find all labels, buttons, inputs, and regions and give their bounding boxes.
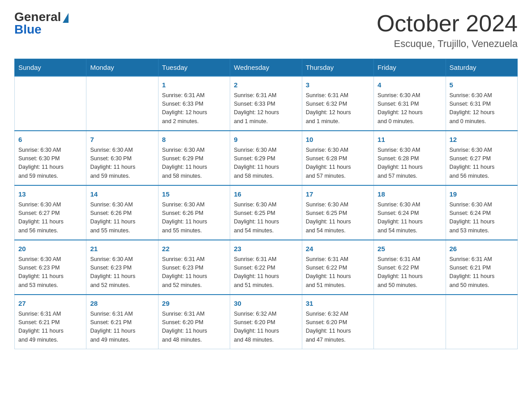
calendar-header: SundayMondayTuesdayWednesdayThursdayFrid… <box>15 59 518 77</box>
day-number: 15 <box>162 189 226 200</box>
calendar-cell: 21Sunrise: 6:30 AM Sunset: 6:23 PM Dayli… <box>86 240 158 295</box>
calendar-cell: 29Sunrise: 6:31 AM Sunset: 6:20 PM Dayli… <box>158 295 230 349</box>
day-number: 20 <box>18 244 82 254</box>
day-info: Sunrise: 6:31 AM Sunset: 6:32 PM Dayligh… <box>306 91 370 126</box>
day-info: Sunrise: 6:30 AM Sunset: 6:24 PM Dayligh… <box>450 201 514 235</box>
day-info: Sunrise: 6:30 AM Sunset: 6:31 PM Dayligh… <box>450 91 514 126</box>
day-info: Sunrise: 6:32 AM Sunset: 6:20 PM Dayligh… <box>234 310 298 345</box>
day-info: Sunrise: 6:30 AM Sunset: 6:23 PM Dayligh… <box>90 255 154 290</box>
calendar-cell: 12Sunrise: 6:30 AM Sunset: 6:27 PM Dayli… <box>446 131 517 185</box>
day-number: 18 <box>378 189 442 200</box>
logo-triangle-icon <box>63 13 69 23</box>
calendar-cell: 30Sunrise: 6:32 AM Sunset: 6:20 PM Dayli… <box>230 295 302 349</box>
day-number: 13 <box>18 189 82 200</box>
day-number: 9 <box>234 135 298 145</box>
day-info: Sunrise: 6:30 AM Sunset: 6:29 PM Dayligh… <box>234 146 298 181</box>
day-info: Sunrise: 6:30 AM Sunset: 6:26 PM Dayligh… <box>90 201 154 235</box>
day-number: 8 <box>162 135 226 145</box>
day-info: Sunrise: 6:30 AM Sunset: 6:30 PM Dayligh… <box>90 146 154 181</box>
logo: General Blue <box>14 11 69 36</box>
header-thursday: Thursday <box>302 59 373 77</box>
calendar-cell: 10Sunrise: 6:30 AM Sunset: 6:28 PM Dayli… <box>302 131 373 185</box>
day-number: 26 <box>450 244 514 254</box>
header-tuesday: Tuesday <box>158 59 230 77</box>
month-title: October 2024 <box>377 11 518 36</box>
calendar-cell: 19Sunrise: 6:30 AM Sunset: 6:24 PM Dayli… <box>446 185 517 240</box>
day-info: Sunrise: 6:31 AM Sunset: 6:21 PM Dayligh… <box>450 255 514 290</box>
calendar-cell: 13Sunrise: 6:30 AM Sunset: 6:27 PM Dayli… <box>15 185 86 240</box>
header-row: SundayMondayTuesdayWednesdayThursdayFrid… <box>15 59 518 77</box>
calendar-cell <box>374 295 446 349</box>
day-info: Sunrise: 6:30 AM Sunset: 6:31 PM Dayligh… <box>378 91 442 126</box>
week-row-3: 13Sunrise: 6:30 AM Sunset: 6:27 PM Dayli… <box>15 185 518 240</box>
week-row-2: 6Sunrise: 6:30 AM Sunset: 6:30 PM Daylig… <box>15 131 518 185</box>
day-info: Sunrise: 6:31 AM Sunset: 6:22 PM Dayligh… <box>234 255 298 290</box>
day-number: 4 <box>378 80 442 90</box>
calendar-cell: 2Sunrise: 6:31 AM Sunset: 6:33 PM Daylig… <box>230 76 302 131</box>
calendar-cell: 17Sunrise: 6:30 AM Sunset: 6:25 PM Dayli… <box>302 185 373 240</box>
calendar-cell: 14Sunrise: 6:30 AM Sunset: 6:26 PM Dayli… <box>86 185 158 240</box>
calendar-cell: 11Sunrise: 6:30 AM Sunset: 6:28 PM Dayli… <box>374 131 446 185</box>
week-row-5: 27Sunrise: 6:31 AM Sunset: 6:21 PM Dayli… <box>15 295 518 349</box>
day-number: 23 <box>234 244 298 254</box>
day-number: 2 <box>234 80 298 90</box>
day-number: 14 <box>90 189 154 200</box>
day-number: 1 <box>162 80 226 90</box>
header-sunday: Sunday <box>15 59 86 77</box>
day-info: Sunrise: 6:31 AM Sunset: 6:21 PM Dayligh… <box>90 310 154 345</box>
day-info: Sunrise: 6:31 AM Sunset: 6:33 PM Dayligh… <box>234 91 298 126</box>
day-number: 16 <box>234 189 298 200</box>
day-number: 24 <box>306 244 370 254</box>
calendar-cell: 1Sunrise: 6:31 AM Sunset: 6:33 PM Daylig… <box>158 76 230 131</box>
day-info: Sunrise: 6:30 AM Sunset: 6:29 PM Dayligh… <box>162 146 226 181</box>
week-row-1: 1Sunrise: 6:31 AM Sunset: 6:33 PM Daylig… <box>15 76 518 131</box>
day-number: 12 <box>450 135 514 145</box>
day-number: 28 <box>90 299 154 309</box>
calendar-table: SundayMondayTuesdayWednesdayThursdayFrid… <box>14 59 518 349</box>
header-saturday: Saturday <box>446 59 517 77</box>
day-number: 6 <box>18 135 82 145</box>
calendar-cell: 4Sunrise: 6:30 AM Sunset: 6:31 PM Daylig… <box>374 76 446 131</box>
day-info: Sunrise: 6:30 AM Sunset: 6:28 PM Dayligh… <box>306 146 370 181</box>
calendar-cell: 26Sunrise: 6:31 AM Sunset: 6:21 PM Dayli… <box>446 240 517 295</box>
calendar-cell: 22Sunrise: 6:31 AM Sunset: 6:23 PM Dayli… <box>158 240 230 295</box>
header-wednesday: Wednesday <box>230 59 302 77</box>
day-info: Sunrise: 6:31 AM Sunset: 6:23 PM Dayligh… <box>162 255 226 290</box>
calendar-body: 1Sunrise: 6:31 AM Sunset: 6:33 PM Daylig… <box>15 76 518 349</box>
calendar-cell: 24Sunrise: 6:31 AM Sunset: 6:22 PM Dayli… <box>302 240 373 295</box>
calendar-cell <box>15 76 86 131</box>
calendar-cell <box>446 295 517 349</box>
calendar-cell: 31Sunrise: 6:32 AM Sunset: 6:20 PM Dayli… <box>302 295 373 349</box>
day-info: Sunrise: 6:30 AM Sunset: 6:23 PM Dayligh… <box>18 255 82 290</box>
day-number: 25 <box>378 244 442 254</box>
day-number: 21 <box>90 244 154 254</box>
logo-blue-text: Blue <box>14 23 42 36</box>
logo-general-text: General <box>14 11 61 23</box>
day-info: Sunrise: 6:30 AM Sunset: 6:27 PM Dayligh… <box>18 201 82 235</box>
calendar-cell: 18Sunrise: 6:30 AM Sunset: 6:24 PM Dayli… <box>374 185 446 240</box>
week-row-4: 20Sunrise: 6:30 AM Sunset: 6:23 PM Dayli… <box>15 240 518 295</box>
day-info: Sunrise: 6:30 AM Sunset: 6:26 PM Dayligh… <box>162 201 226 235</box>
page-header: General Blue October 2024 Escuque, Truji… <box>14 11 518 50</box>
calendar-cell: 7Sunrise: 6:30 AM Sunset: 6:30 PM Daylig… <box>86 131 158 185</box>
calendar-cell: 23Sunrise: 6:31 AM Sunset: 6:22 PM Dayli… <box>230 240 302 295</box>
day-info: Sunrise: 6:30 AM Sunset: 6:25 PM Dayligh… <box>306 201 370 235</box>
calendar-cell: 15Sunrise: 6:30 AM Sunset: 6:26 PM Dayli… <box>158 185 230 240</box>
calendar-cell: 9Sunrise: 6:30 AM Sunset: 6:29 PM Daylig… <box>230 131 302 185</box>
header-monday: Monday <box>86 59 158 77</box>
title-area: October 2024 Escuque, Trujillo, Venezuel… <box>377 11 518 50</box>
day-number: 10 <box>306 135 370 145</box>
day-number: 17 <box>306 189 370 200</box>
calendar-cell: 16Sunrise: 6:30 AM Sunset: 6:25 PM Dayli… <box>230 185 302 240</box>
day-number: 5 <box>450 80 514 90</box>
calendar-cell: 8Sunrise: 6:30 AM Sunset: 6:29 PM Daylig… <box>158 131 230 185</box>
day-info: Sunrise: 6:31 AM Sunset: 6:22 PM Dayligh… <box>306 255 370 290</box>
day-info: Sunrise: 6:31 AM Sunset: 6:20 PM Dayligh… <box>162 310 226 345</box>
calendar-cell: 5Sunrise: 6:30 AM Sunset: 6:31 PM Daylig… <box>446 76 517 131</box>
day-info: Sunrise: 6:31 AM Sunset: 6:21 PM Dayligh… <box>18 310 82 345</box>
header-friday: Friday <box>374 59 446 77</box>
day-info: Sunrise: 6:31 AM Sunset: 6:33 PM Dayligh… <box>162 91 226 126</box>
day-number: 3 <box>306 80 370 90</box>
day-info: Sunrise: 6:30 AM Sunset: 6:25 PM Dayligh… <box>234 201 298 235</box>
location-title: Escuque, Trujillo, Venezuela <box>377 38 518 50</box>
